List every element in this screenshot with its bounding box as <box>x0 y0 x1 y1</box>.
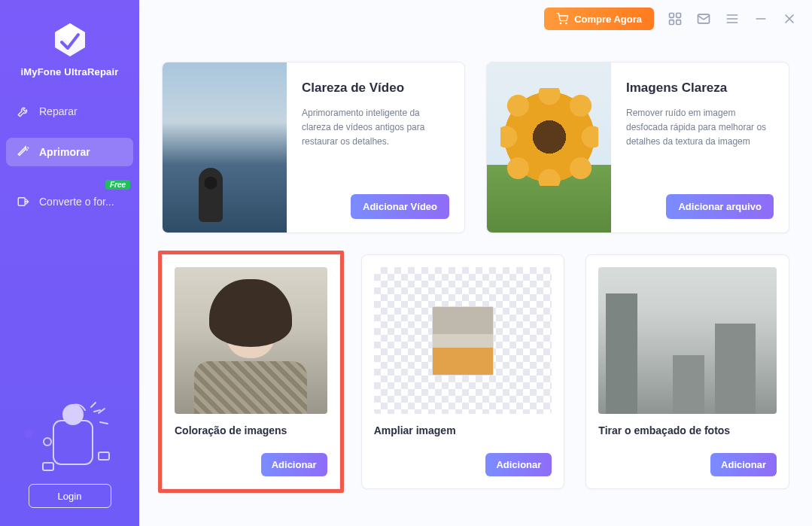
sidebar-bottom: Login <box>0 400 139 526</box>
svg-point-3 <box>44 438 51 445</box>
card-thumbnail <box>175 267 327 414</box>
card-title: Tirar o embaçado de fotos <box>598 424 777 436</box>
card-body: Imagens Clareza Remover ruído em imagem … <box>611 62 789 233</box>
svg-rect-1 <box>53 421 93 464</box>
logo-icon <box>51 21 89 59</box>
card-thumbnail <box>163 62 287 233</box>
sidebar-nav: Reparar Aprimorar Free Converte o for... <box>0 91 139 216</box>
highlighted-card-frame: Coloração de imagens Adicionar <box>158 251 344 493</box>
buy-now-button[interactable]: Compre Agora <box>544 8 654 30</box>
convert-icon <box>17 195 30 208</box>
svg-point-6 <box>561 23 561 23</box>
menu-icon[interactable] <box>725 11 740 26</box>
nav-label: Converte o for... <box>39 196 114 208</box>
svg-point-2 <box>62 404 84 425</box>
grid-icon[interactable] <box>668 11 683 26</box>
card-thumbnail <box>598 267 777 414</box>
small-row: Coloração de imagens Adicionar Ampliar i… <box>162 254 789 489</box>
nav-item-convert[interactable]: Free Converte o for... <box>6 187 133 216</box>
card-unblur: Tirar o embaçado de fotos Adicionar <box>585 254 789 489</box>
svg-rect-9 <box>677 14 681 18</box>
nav-item-repair[interactable]: Reparar <box>6 97 133 126</box>
card-title: Imagens Clareza <box>626 81 774 96</box>
svg-rect-4 <box>99 452 109 460</box>
svg-point-7 <box>566 23 567 23</box>
buy-now-label: Compre Agora <box>574 14 642 25</box>
app-name: iMyFone UltraRepair <box>20 66 118 78</box>
cart-icon <box>556 13 568 25</box>
card-colorize: Coloração de imagens Adicionar <box>162 254 340 489</box>
mail-icon[interactable] <box>696 11 711 26</box>
card-title: Ampliar imagem <box>374 424 552 436</box>
main-area: Compre Agora Clareza de Vídeo Aprimorame… <box>139 0 812 526</box>
titlebar: Compre Agora <box>139 0 812 38</box>
add-button[interactable]: Adicionar <box>261 453 327 476</box>
card-thumbnail <box>374 267 552 414</box>
add-video-button[interactable]: Adicionar Vídeo <box>351 194 449 219</box>
add-button[interactable]: Adicionar <box>710 453 777 476</box>
card-body: Clareza de Vídeo Aprimoramento inteligen… <box>287 62 464 233</box>
app-logo-block: iMyFone UltraRepair <box>0 0 139 91</box>
svg-rect-5 <box>43 463 53 470</box>
add-button[interactable]: Adicionar <box>485 453 552 476</box>
wide-row: Clareza de Vídeo Aprimoramento inteligen… <box>162 62 789 233</box>
magic-wand-icon <box>17 145 30 159</box>
wrench-icon <box>17 105 30 118</box>
login-button[interactable]: Login <box>29 484 111 508</box>
card-description: Aprimoramento inteligente da clareza de … <box>302 106 449 194</box>
svg-rect-11 <box>677 20 681 25</box>
nav-item-enhance[interactable]: Aprimorar <box>6 138 133 166</box>
card-title: Coloração de imagens <box>175 424 327 436</box>
close-icon[interactable] <box>782 11 797 26</box>
svg-rect-0 <box>18 198 25 206</box>
nav-label: Reparar <box>39 105 78 117</box>
minimize-icon[interactable] <box>753 11 768 26</box>
card-description: Remover ruído em imagem desfocada rápida… <box>626 106 774 194</box>
content: Clareza de Vídeo Aprimoramento inteligen… <box>139 38 812 526</box>
free-badge: Free <box>105 180 130 190</box>
card-video-clarity: Clareza de Vídeo Aprimoramento inteligen… <box>162 62 465 233</box>
card-image-clarity: Imagens Clareza Remover ruído em imagem … <box>486 62 789 233</box>
promo-illustration-icon <box>25 400 115 475</box>
card-thumbnail <box>487 62 611 233</box>
nav-label: Aprimorar <box>39 146 90 158</box>
add-file-button[interactable]: Adicionar arquivo <box>666 194 774 219</box>
svg-rect-8 <box>670 14 674 18</box>
svg-rect-10 <box>670 20 674 25</box>
card-title: Clareza de Vídeo <box>302 81 449 96</box>
sidebar: iMyFone UltraRepair Reparar Aprimorar Fr… <box>0 0 139 526</box>
card-enlarge: Ampliar imagem Adicionar <box>361 254 565 489</box>
